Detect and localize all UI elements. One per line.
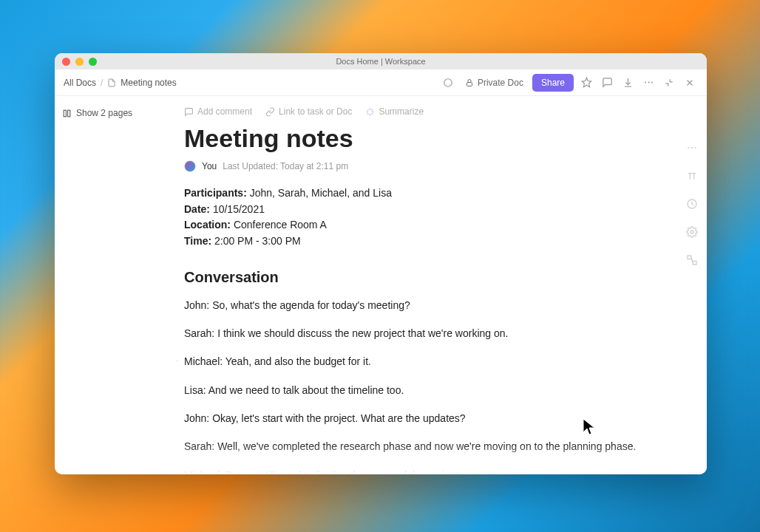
avatar [184, 160, 196, 172]
window-title: Docs Home | Workspace [55, 57, 707, 66]
svg-point-13 [695, 147, 696, 149]
desktop-background: Docs Home | Workspace All Docs / Meeting… [0, 0, 760, 532]
svg-point-6 [651, 82, 652, 83]
section-heading[interactable]: Conversation [184, 269, 655, 286]
conversation-line[interactable]: Sarah: I think we should discuss the new… [184, 326, 655, 341]
share-button[interactable]: Share [532, 74, 574, 92]
conversation-line[interactable]: Sarah: Well, we've completed the researc… [184, 439, 655, 454]
svg-point-4 [645, 82, 646, 83]
privacy-toggle[interactable]: Private Doc [461, 78, 528, 88]
favorite-button[interactable] [578, 75, 594, 91]
window-titlebar: Docs Home | Workspace [55, 53, 707, 69]
comments-button[interactable] [599, 75, 615, 91]
svg-point-5 [648, 82, 649, 83]
svg-rect-1 [466, 82, 472, 86]
conversation-line[interactable]: John: Okay, let's start with the project… [184, 411, 655, 426]
document-scroll[interactable]: + Add comment [177, 96, 707, 474]
add-block-icon[interactable]: + [177, 355, 178, 366]
svg-rect-9 [64, 110, 66, 117]
rail-more-icon[interactable] [686, 142, 699, 155]
minimize-window-button[interactable] [75, 58, 84, 66]
breadcrumb-root[interactable]: All Docs [64, 78, 96, 88]
document-body: Show 2 pages + Add comment [55, 96, 707, 474]
conversation-line[interactable]: John: So, what's the agenda for today's … [184, 298, 655, 313]
svg-rect-10 [68, 110, 70, 117]
document-icon [107, 78, 116, 87]
svg-line-18 [691, 257, 693, 262]
svg-rect-16 [688, 256, 691, 259]
rail-text-icon[interactable] [686, 170, 699, 183]
conversation-line[interactable]: Michael: Yeah, and also the budget for i… [184, 354, 655, 369]
more-options-button[interactable] [640, 75, 656, 91]
content-area: + Add comment [177, 96, 707, 474]
maximize-window-button[interactable] [89, 58, 97, 66]
show-pages-toggle[interactable]: Show 2 pages [62, 108, 169, 118]
lock-icon [465, 78, 474, 87]
page-title[interactable]: Meeting notes [184, 124, 655, 153]
svg-point-0 [444, 78, 452, 86]
sparkle-icon [365, 107, 375, 117]
summarize-label: Summarize [379, 106, 424, 117]
app-window: Docs Home | Workspace All Docs / Meeting… [55, 53, 707, 474]
breadcrumb-current: Meeting notes [121, 78, 176, 88]
breadcrumb: All Docs / Meeting notes [64, 78, 177, 88]
link-task-action[interactable]: Link to task or Doc [265, 106, 352, 117]
conversation-line[interactable]: Michael: But we still need to finalize t… [184, 468, 655, 474]
conversation-line[interactable]: Lisa: And we need to talk about the time… [184, 383, 655, 398]
close-window-button[interactable] [62, 58, 70, 66]
rail-relations-icon[interactable] [686, 254, 699, 267]
svg-point-15 [691, 231, 693, 233]
svg-marker-2 [582, 78, 591, 87]
right-rail [679, 96, 707, 474]
download-button[interactable] [620, 75, 636, 91]
collapse-button[interactable] [661, 75, 677, 91]
comment-icon [184, 107, 194, 117]
breadcrumb-separator: / [101, 78, 103, 88]
rail-settings-icon[interactable] [686, 226, 699, 239]
last-updated: Last Updated: Today at 2:11 pm [223, 161, 348, 171]
close-button[interactable] [682, 75, 698, 91]
svg-point-11 [688, 147, 689, 149]
show-pages-label: Show 2 pages [76, 108, 132, 118]
rail-activity-icon[interactable] [686, 198, 699, 211]
privacy-label: Private Doc [478, 78, 523, 88]
doc-quick-actions: Add comment Link to task or Doc [184, 106, 655, 117]
left-sidebar: Show 2 pages [55, 96, 177, 474]
add-comment-action[interactable]: Add comment [184, 106, 252, 117]
summarize-action[interactable]: Summarize [365, 106, 424, 117]
add-comment-label: Add comment [197, 106, 252, 117]
sync-status-icon[interactable] [440, 75, 456, 91]
doc-meta: You Last Updated: Today at 2:11 pm [184, 160, 655, 172]
window-controls [62, 58, 97, 66]
svg-rect-17 [693, 261, 696, 265]
link-icon [265, 107, 275, 117]
pages-icon [62, 109, 72, 118]
author-name: You [202, 161, 217, 171]
meeting-info[interactable]: Participants: John, Sarah, Michael, and … [184, 185, 655, 250]
link-task-label: Link to task or Doc [279, 106, 352, 117]
app-toolbar: All Docs / Meeting notes Private Doc Sha… [55, 69, 707, 96]
svg-point-12 [691, 147, 693, 149]
